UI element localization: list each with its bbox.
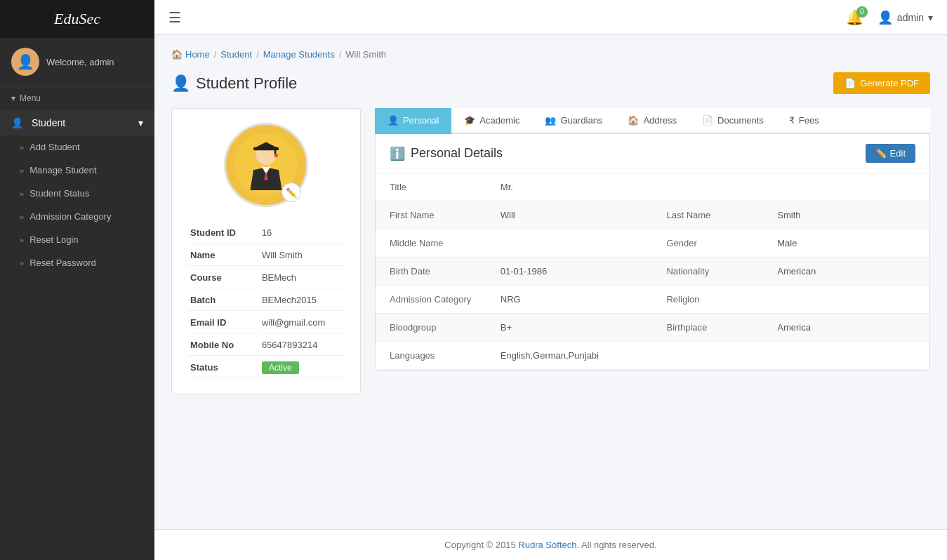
footer: Copyright © 2015 Rudra Softech. All righ… (154, 529, 947, 560)
table-row: Middle Name Gender Male (376, 229, 929, 258)
details-title: ℹ️ Personal Details (390, 146, 503, 161)
notification-bell[interactable]: 🔔 0 (846, 9, 863, 26)
table-row: First Name Will Last Name Smith (376, 201, 929, 229)
sidebar-item-manage-student[interactable]: » Manage Student (0, 159, 154, 182)
table-row: Name Will Smith (187, 245, 345, 266)
empty-label (652, 173, 763, 201)
gender-value: Male (763, 229, 929, 258)
header-right: 🔔 0 👤 admin ▾ (846, 9, 933, 26)
breadcrumb: 🏠 Home / Student / Manage Students / Wil… (171, 49, 930, 60)
sidebar-item-label: Student Status (29, 188, 89, 199)
table-row: Admission Category NRG Religion (376, 286, 929, 314)
arrow-icon: » (20, 213, 24, 221)
hamburger-button[interactable]: ☰ (168, 9, 181, 26)
arrow-icon: » (20, 189, 24, 198)
profile-section: ✏️ Student ID 16 Name Will Smith (171, 108, 930, 394)
sidebar-item-label: Reset Password (29, 258, 96, 268)
admin-name: admin (897, 12, 924, 23)
footer-company: Rudra Softech. (518, 540, 579, 550)
sidebar-item-student-status[interactable]: » Student Status (0, 182, 154, 205)
app-name: EduSec (54, 10, 100, 27)
tabs-bar: 👤 Personal 🎓 Academic 👥 Guardians � (375, 108, 930, 134)
welcome-text: Welcome, admin (46, 57, 114, 67)
name-label: Name (187, 245, 258, 266)
empty-value (763, 173, 929, 201)
birthplace-label: Birthplace (652, 314, 763, 342)
profile-info-table: Student ID 16 Name Will Smith Course BEM… (186, 221, 346, 380)
student-icon: 👤 (171, 74, 190, 93)
admission-category-label: Admission Category (376, 286, 486, 314)
table-row: Languages English,German,Punjabi (376, 342, 929, 370)
admission-category-value: NRG (486, 286, 653, 314)
sidebar-user: 👤 Welcome, admin (0, 38, 154, 86)
arrow-icon: » (20, 259, 24, 267)
tab-personal[interactable]: 👤 Personal (375, 108, 451, 134)
birthplace-value: America (763, 314, 929, 342)
tab-documents[interactable]: 📄 Documents (689, 108, 776, 134)
user-icon: 👤 (11, 117, 23, 128)
breadcrumb-manage[interactable]: Manage Students (263, 49, 335, 60)
profile-avatar: ✏️ (224, 123, 308, 207)
bloodgroup-value: B+ (486, 314, 653, 342)
table-row: Bloodgroup B+ Birthplace America (376, 314, 929, 342)
footer-text: Copyright © 2015 (444, 540, 518, 550)
generate-pdf-button[interactable]: 📄 Generate PDF (833, 72, 930, 94)
chevron-icon: ▾ (138, 117, 143, 128)
edit-avatar-button[interactable]: ✏️ (282, 182, 301, 202)
content-area: 🏠 Home / Student / Manage Students / Wil… (154, 35, 947, 529)
religion-label: Religion (652, 286, 763, 314)
sidebar-item-label: Reset Login (29, 234, 78, 245)
table-row: Batch BEMech2015 (187, 290, 345, 311)
sidebar-item-reset-login[interactable]: » Reset Login (0, 228, 154, 251)
details-card: ℹ️ Personal Details ✏️ Edit Title (375, 134, 930, 371)
title-label: Title (376, 173, 486, 201)
student-section-label: 👤 Student (11, 117, 65, 128)
tab-guardians[interactable]: 👥 Guardians (532, 108, 615, 134)
tab-academic[interactable]: 🎓 Academic (451, 108, 532, 134)
edit-button[interactable]: ✏️ Edit (866, 144, 915, 163)
batch-label: Batch (187, 290, 258, 311)
title-value: Mr. (486, 173, 653, 201)
address-icon: 🏠 (628, 115, 639, 126)
sidebar-section-student[interactable]: 👤 Student ▾ (0, 110, 154, 135)
sidebar-item-admission-category[interactable]: » Admission Category (0, 205, 154, 228)
sidebar-logo: EduSec (0, 0, 154, 38)
email-label: Email ID (187, 312, 258, 333)
svg-point-5 (274, 154, 278, 157)
breadcrumb-sep3: / (339, 49, 342, 60)
tab-fees[interactable]: ₹ Fees (776, 108, 832, 134)
avatar: 👤 (11, 48, 39, 76)
table-row: Student ID 16 (187, 222, 345, 244)
personal-icon: 👤 (388, 115, 399, 126)
table-row: Title Mr. (376, 173, 929, 201)
sidebar-item-add-student[interactable]: » Add Student (0, 135, 154, 159)
languages-label: Languages (376, 342, 486, 370)
dropdown-caret: ▾ (928, 12, 933, 23)
edit-icon: ✏️ (875, 148, 887, 159)
admin-dropdown[interactable]: 👤 admin ▾ (878, 10, 933, 25)
footer-suffix: All rights reserved. (581, 540, 657, 550)
footer-company-link[interactable]: Rudra Softech. (518, 540, 581, 550)
sidebar-item-reset-password[interactable]: » Reset Password (0, 251, 154, 274)
student-id-label: Student ID (187, 222, 258, 244)
profile-right-panel: 👤 Personal 🎓 Academic 👥 Guardians � (375, 108, 930, 371)
profile-left-card: ✏️ Student ID 16 Name Will Smith (171, 108, 361, 394)
arrow-icon: » (20, 143, 24, 152)
sidebar-item-label: Manage Student (29, 165, 96, 175)
personal-details-table: Title Mr. First Name Will Last Name Smit… (376, 173, 929, 370)
middlename-label: Middle Name (376, 229, 486, 258)
academic-icon: 🎓 (464, 115, 475, 126)
firstname-value: Will (486, 201, 653, 229)
tab-address[interactable]: 🏠 Address (615, 108, 689, 134)
birthdate-value: 01-01-1986 (486, 258, 653, 286)
page-title-row: 👤 Student Profile 📄 Generate PDF (171, 72, 930, 94)
table-row: Mobile No 65647893214 (187, 335, 345, 356)
profile-avatar-wrap: ✏️ (186, 123, 346, 207)
breadcrumb-student[interactable]: Student (220, 49, 252, 60)
student-id-value: 16 (259, 222, 345, 244)
table-row: Status Active (187, 357, 345, 378)
arrow-icon: » (20, 166, 24, 175)
top-header: ☰ 🔔 0 👤 admin ▾ (154, 0, 947, 35)
breadcrumb-home[interactable]: 🏠 Home (171, 49, 210, 60)
sidebar: EduSec 👤 Welcome, admin ▾ Menu 👤 Student… (0, 0, 154, 560)
